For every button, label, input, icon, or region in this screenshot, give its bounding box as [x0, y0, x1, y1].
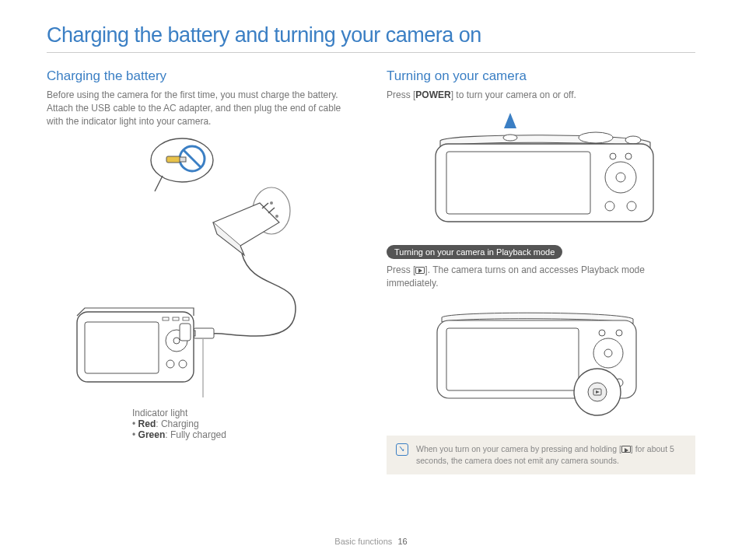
indicator-green-label: Green	[138, 429, 166, 440]
playback-icon-small	[621, 446, 631, 453]
note-box: When you turn on your camera by pressing…	[387, 436, 695, 474]
svg-point-32	[627, 201, 636, 211]
svg-rect-20	[173, 317, 179, 320]
note-pre: When you turn on your camera by pressing…	[416, 444, 621, 453]
playback-post: ]. The camera turns on and accesses Play…	[387, 264, 645, 289]
charging-heading: Charging the battery	[47, 68, 355, 84]
indicator-callout: Indicator light • Red: Charging • Green:…	[132, 408, 355, 440]
turnon-body-pre: Press [	[387, 89, 415, 100]
charging-illustration	[47, 137, 355, 401]
page-number: 16	[397, 537, 407, 546]
svg-point-30	[616, 173, 625, 182]
note-text: When you turn on your camera by pressing…	[416, 443, 686, 466]
svg-rect-28	[446, 152, 590, 214]
svg-point-26	[625, 136, 641, 144]
svg-point-6	[270, 201, 273, 205]
turnon-body-post: ] to turn your camera on or off.	[451, 89, 576, 100]
svg-rect-36	[446, 328, 579, 390]
charging-body: Before using the camera for the first ti…	[47, 89, 355, 128]
playback-illustration	[387, 299, 695, 423]
svg-point-18	[179, 360, 187, 368]
svg-point-16	[173, 338, 180, 344]
svg-rect-3	[166, 156, 180, 163]
footer-label: Basic functions	[334, 537, 392, 546]
svg-point-34	[625, 153, 632, 159]
svg-rect-21	[183, 317, 189, 320]
svg-point-40	[599, 330, 605, 336]
svg-point-25	[579, 132, 613, 143]
svg-point-8	[275, 215, 278, 218]
svg-point-31	[605, 201, 614, 211]
svg-point-24	[503, 135, 517, 141]
svg-rect-11	[194, 328, 214, 338]
power-illustration	[387, 111, 695, 228]
svg-point-38	[604, 349, 612, 357]
indicator-green-desc: : Fully charged	[165, 429, 226, 440]
svg-point-39	[616, 330, 622, 336]
indicator-red-desc: : Charging	[156, 418, 198, 429]
svg-rect-14	[85, 322, 159, 373]
page-title: Charging the battery and turning your ca…	[47, 23, 695, 53]
power-label: POWER	[415, 89, 450, 100]
playback-body: Press []. The camera turns on and access…	[387, 264, 695, 290]
right-column: Turning on your camera Press [POWER] to …	[387, 68, 695, 474]
svg-point-33	[610, 153, 616, 159]
content-columns: Charging the battery Before using the ca…	[47, 68, 695, 474]
left-column: Charging the battery Before using the ca…	[47, 68, 355, 474]
svg-rect-4	[180, 157, 186, 162]
turnon-body: Press [POWER] to turn your camera on or …	[387, 89, 695, 102]
svg-rect-19	[163, 317, 169, 320]
playback-pill: Turning on your camera in Playback mode	[387, 245, 562, 259]
indicator-title: Indicator light	[132, 408, 355, 418]
note-check-icon	[396, 443, 408, 456]
svg-rect-22	[180, 324, 191, 341]
page-footer: Basic functions 16	[0, 537, 742, 546]
turnon-heading: Turning on your camera	[387, 68, 695, 84]
svg-point-17	[166, 360, 174, 368]
indicator-red-label: Red	[138, 418, 156, 429]
playback-pre: Press [	[387, 264, 415, 275]
playback-icon	[415, 267, 425, 274]
